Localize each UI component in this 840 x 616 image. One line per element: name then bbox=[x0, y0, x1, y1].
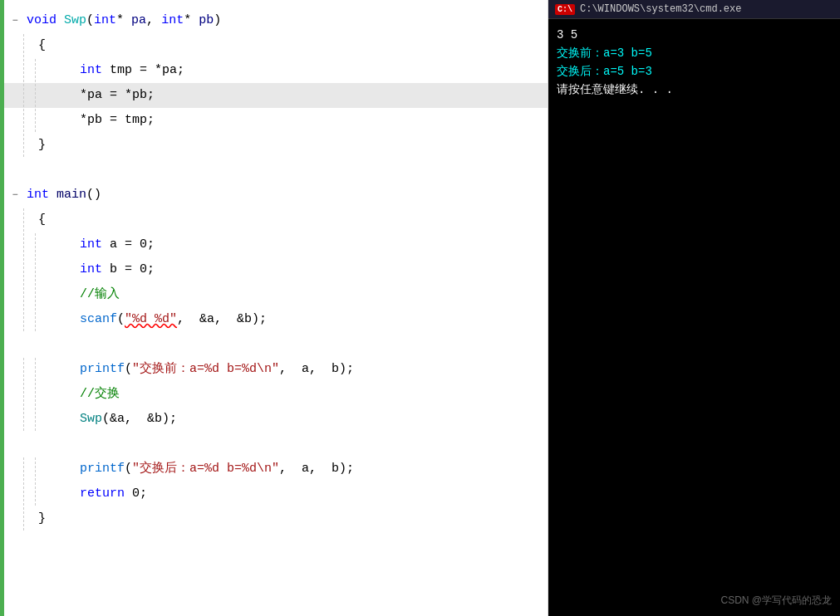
code-line: *pa = *pb; bbox=[0, 83, 548, 108]
code-line: Swp(&a, &b); bbox=[0, 407, 548, 432]
indent-guide bbox=[35, 457, 47, 481]
terminal-line-1: 3 5 bbox=[557, 26, 832, 44]
code-line: int b = 0; bbox=[0, 257, 548, 282]
code-content: { bbox=[35, 208, 548, 232]
code-content: int a = 0; bbox=[47, 233, 548, 257]
terminal-panel: C:\ C:\WINDOWS\system32\cmd.exe 3 5 交换前：… bbox=[548, 0, 840, 616]
terminal-line-3: 交换后：a=5 b=3 bbox=[557, 62, 832, 81]
code-content: void Swp(int* pa, int* pb) bbox=[23, 9, 548, 32]
code-content: //输入 bbox=[47, 283, 548, 306]
indent-guide bbox=[23, 134, 35, 157]
code-line: printf("交换后：a=%d b=%d\n", a, b); bbox=[0, 457, 548, 482]
indent-guide bbox=[35, 283, 47, 306]
code-line: //输入 bbox=[0, 282, 548, 307]
code-content: int tmp = *pa; bbox=[47, 59, 548, 82]
code-content: printf("交换前：a=%d b=%d\n", a, b); bbox=[47, 358, 548, 381]
indent-guide bbox=[35, 233, 47, 257]
code-line: int tmp = *pa; bbox=[0, 58, 548, 83]
code-content: Swp(&a, &b); bbox=[47, 408, 548, 431]
code-content: printf("交换后：a=%d b=%d\n", a, b); bbox=[47, 457, 548, 481]
indent-guide bbox=[23, 59, 35, 82]
code-line: return 0; bbox=[0, 482, 548, 506]
code-content: *pa = *pb; bbox=[47, 84, 548, 107]
indent-guide bbox=[23, 283, 35, 306]
fold-spacer bbox=[7, 507, 23, 530]
indent-guide bbox=[23, 457, 35, 481]
fold-spacer bbox=[7, 358, 23, 381]
indent-guide bbox=[23, 308, 35, 331]
code-line bbox=[0, 432, 548, 457]
fold-spacer bbox=[7, 482, 23, 506]
indent-guide bbox=[35, 383, 47, 406]
fold-spacer bbox=[7, 457, 23, 481]
indent-guide bbox=[35, 59, 47, 82]
terminal-titlebar: C:\ C:\WINDOWS\system32\cmd.exe bbox=[548, 0, 840, 19]
code-panel: − void Swp(int* pa, int* pb) { int tmp =… bbox=[0, 0, 548, 616]
fold-spacer bbox=[7, 308, 23, 331]
fold-spacer bbox=[7, 59, 23, 82]
fold-spacer bbox=[7, 34, 23, 57]
code-content: //交换 bbox=[47, 383, 548, 406]
fold-spacer bbox=[7, 383, 23, 406]
code-line: − void Swp(int* pa, int* pb) bbox=[0, 8, 548, 33]
indent-guide bbox=[23, 383, 35, 406]
indent-guide bbox=[23, 258, 35, 281]
indent-guide bbox=[35, 482, 47, 506]
indent-guide bbox=[23, 233, 35, 257]
code-content: } bbox=[35, 134, 548, 157]
indent-guide bbox=[23, 208, 35, 232]
code-line bbox=[0, 158, 548, 183]
code-content: } bbox=[35, 507, 548, 530]
indent-guide bbox=[35, 408, 47, 431]
code-content: return 0; bbox=[47, 482, 548, 506]
fold-spacer bbox=[7, 134, 23, 157]
code-content bbox=[0, 433, 548, 456]
code-line: { bbox=[0, 208, 548, 232]
code-content: int b = 0; bbox=[47, 258, 548, 281]
indent-guide bbox=[23, 482, 35, 506]
code-line: int a = 0; bbox=[0, 232, 548, 257]
indent-guide bbox=[23, 408, 35, 431]
fold-spacer bbox=[7, 408, 23, 431]
code-line: scanf("%d %d", &a, &b); bbox=[0, 307, 548, 332]
code-line: { bbox=[0, 33, 548, 58]
terminal-body: 3 5 交换前：a=3 b=5 交换后：a=5 b=3 请按任意键继续. . . bbox=[548, 19, 840, 105]
indent-guide bbox=[23, 109, 35, 132]
indent-guide bbox=[23, 34, 35, 57]
terminal-title: C:\WINDOWS\system32\cmd.exe bbox=[580, 3, 741, 15]
indent-guide bbox=[23, 84, 35, 107]
terminal-line-4: 请按任意键继续. . . bbox=[557, 81, 832, 99]
code-content: int main() bbox=[23, 183, 548, 207]
code-content: { bbox=[35, 34, 548, 57]
fold-spacer bbox=[7, 84, 23, 107]
code-line: − int main() bbox=[0, 183, 548, 208]
indent-guide bbox=[23, 507, 35, 530]
indent-guide bbox=[35, 308, 47, 331]
terminal-icon: C:\ bbox=[555, 4, 575, 15]
fold-spacer bbox=[7, 109, 23, 132]
watermark: CSDN @学写代码的恐龙 bbox=[720, 594, 832, 608]
code-content bbox=[0, 159, 548, 182]
code-line: } bbox=[0, 133, 548, 158]
fold-spacer bbox=[7, 233, 23, 257]
code-line: printf("交换前：a=%d b=%d\n", a, b); bbox=[0, 357, 548, 382]
code-content: *pb = tmp; bbox=[47, 109, 548, 132]
code-line: //交换 bbox=[0, 382, 548, 407]
indent-guide bbox=[35, 109, 47, 132]
indent-guide bbox=[23, 358, 35, 381]
fold-spacer bbox=[7, 283, 23, 306]
fold-btn[interactable]: − bbox=[7, 9, 23, 32]
indent-guide bbox=[35, 258, 47, 281]
indent-guide bbox=[35, 358, 47, 381]
code-content: scanf("%d %d", &a, &b); bbox=[47, 308, 548, 331]
fold-spacer bbox=[7, 208, 23, 232]
code-content bbox=[0, 333, 548, 356]
code-line: *pb = tmp; bbox=[0, 108, 548, 133]
code-line: } bbox=[0, 506, 548, 531]
code-area: − void Swp(int* pa, int* pb) { int tmp =… bbox=[0, 0, 548, 540]
fold-spacer bbox=[7, 258, 23, 281]
code-line bbox=[0, 332, 548, 357]
terminal-line-2: 交换前：a=3 b=5 bbox=[557, 44, 832, 62]
fold-btn[interactable]: − bbox=[7, 183, 23, 207]
indent-guide bbox=[35, 84, 47, 107]
